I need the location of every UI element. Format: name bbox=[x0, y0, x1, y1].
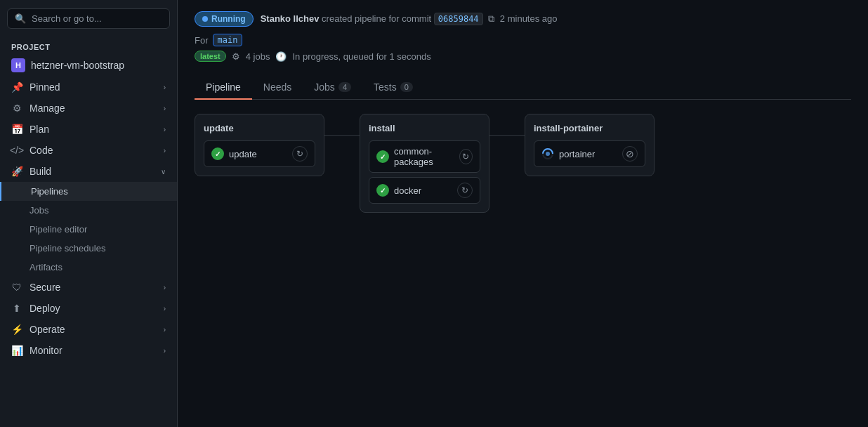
retry-update-button[interactable]: ↻ bbox=[292, 146, 308, 162]
sidebar-item-label: Secure bbox=[29, 282, 60, 293]
job-update-name: update bbox=[229, 149, 257, 159]
pipeline-title-row: Running Stanko Ilchev created pipeline f… bbox=[195, 11, 851, 27]
subitem-label: Jobs bbox=[29, 205, 48, 216]
latest-badge: latest bbox=[195, 51, 226, 62]
search-icon: 🔍 bbox=[15, 13, 26, 24]
chevron-right-icon: › bbox=[164, 305, 166, 313]
stage-connector-1 bbox=[324, 135, 360, 136]
sidebar-item-label: Operate bbox=[29, 324, 65, 335]
retry-common-packages-button[interactable]: ↻ bbox=[459, 149, 473, 164]
gear-icon: ⚙ bbox=[232, 51, 240, 62]
sidebar-item-pinned[interactable]: 📌 Pinned › bbox=[0, 77, 177, 98]
sidebar: 🔍 Search or go to... Project H hetzner-v… bbox=[0, 0, 178, 427]
job-portainer[interactable]: portainer ⊘ bbox=[534, 140, 645, 167]
progress-svg bbox=[541, 147, 554, 160]
tab-tests[interactable]: Tests 0 bbox=[362, 76, 424, 100]
job-common-packages-left: common-packages bbox=[376, 146, 459, 167]
job-portainer-left: portainer bbox=[541, 147, 595, 160]
chevron-right-icon: › bbox=[164, 147, 166, 155]
branch-badge[interactable]: main bbox=[213, 34, 243, 46]
sidebar-subitem-pipelines[interactable]: Pipelines bbox=[0, 182, 177, 201]
main-content: Running Stanko Ilchev created pipeline f… bbox=[178, 0, 868, 427]
subitem-label: Artifacts bbox=[29, 262, 63, 272]
sidebar-item-label: Code bbox=[29, 145, 53, 156]
plan-icon: 📅 bbox=[11, 124, 22, 135]
tab-jobs-badge: 4 bbox=[338, 82, 351, 92]
job-update-left: update bbox=[211, 147, 257, 160]
stage-update-title: update bbox=[204, 123, 315, 133]
monitor-icon: 📊 bbox=[11, 345, 22, 356]
running-indicator bbox=[202, 16, 208, 22]
chevron-right-icon: › bbox=[164, 347, 166, 355]
time-ago: 2 minutes ago bbox=[500, 13, 558, 24]
retry-docker-button[interactable]: ↻ bbox=[457, 183, 473, 198]
chevron-right-icon: › bbox=[164, 126, 166, 133]
commit-hash[interactable]: 06859844 bbox=[434, 13, 483, 25]
branch-row: For main bbox=[195, 34, 851, 46]
tab-needs-label: Needs bbox=[263, 81, 291, 93]
success-icon bbox=[211, 147, 224, 160]
sidebar-item-label: Manage bbox=[29, 103, 65, 114]
tab-pipeline[interactable]: Pipeline bbox=[195, 76, 252, 100]
tab-needs[interactable]: Needs bbox=[252, 76, 303, 100]
running-progress-icon bbox=[541, 147, 554, 160]
sidebar-item-plan[interactable]: 📅 Plan › bbox=[0, 119, 177, 140]
stage-portainer-title: install-portainer bbox=[534, 123, 645, 133]
shield-icon: 🛡 bbox=[11, 282, 22, 293]
stage-install-title: install bbox=[369, 123, 480, 133]
skip-portainer-button[interactable]: ⊘ bbox=[622, 146, 638, 162]
for-label: For bbox=[195, 35, 209, 46]
job-docker-name: docker bbox=[394, 185, 421, 196]
progress-text: In progress, queued for 1 seconds bbox=[292, 51, 430, 62]
chevron-right-icon: › bbox=[164, 284, 166, 291]
manage-icon: ⚙ bbox=[11, 103, 22, 114]
sidebar-item-manage[interactable]: ⚙ Manage › bbox=[0, 98, 177, 119]
jobs-count: 4 jobs bbox=[246, 51, 270, 62]
operate-icon: ⚡ bbox=[11, 324, 22, 335]
chevron-right-icon: › bbox=[164, 105, 166, 112]
sidebar-subitem-pipeline-editor[interactable]: Pipeline editor bbox=[0, 220, 177, 239]
chevron-right-icon: › bbox=[164, 326, 166, 334]
job-common-packages[interactable]: common-packages ↻ bbox=[369, 140, 480, 173]
sidebar-item-operate[interactable]: ⚡ Operate › bbox=[0, 319, 177, 340]
project-avatar: H bbox=[11, 58, 25, 72]
search-bar[interactable]: 🔍 Search or go to... bbox=[7, 8, 170, 29]
project-section-label: Project bbox=[0, 37, 177, 54]
project-name-item[interactable]: H hetzner-vm-bootstrap bbox=[0, 54, 177, 77]
clock-icon: 🕐 bbox=[275, 51, 287, 62]
job-docker[interactable]: docker ↻ bbox=[369, 177, 480, 204]
job-docker-left: docker bbox=[376, 184, 421, 197]
sidebar-item-deploy[interactable]: ⬆ Deploy › bbox=[0, 298, 177, 319]
sidebar-item-label: Pinned bbox=[29, 81, 60, 93]
sidebar-item-secure[interactable]: 🛡 Secure › bbox=[0, 277, 177, 298]
stage-install-portainer: install-portainer portainer ⊘ bbox=[525, 114, 655, 176]
sidebar-item-build[interactable]: 🚀 Build ∨ bbox=[0, 161, 177, 182]
stage-connector-2 bbox=[489, 135, 525, 136]
stage-update: update update ↻ bbox=[195, 114, 324, 176]
sidebar-item-label: Deploy bbox=[29, 303, 60, 314]
connector-line bbox=[324, 135, 360, 136]
job-update[interactable]: update ↻ bbox=[204, 140, 315, 167]
sidebar-item-monitor[interactable]: 📊 Monitor › bbox=[0, 340, 177, 361]
sidebar-subitem-artifacts[interactable]: Artifacts bbox=[0, 258, 177, 277]
subitem-label: Pipelines bbox=[31, 186, 68, 197]
copy-icon[interactable]: ⧉ bbox=[488, 13, 494, 24]
project-name-text: hetzner-vm-bootstrap bbox=[31, 60, 124, 71]
chevron-down-icon: ∨ bbox=[161, 168, 166, 176]
success-icon bbox=[376, 184, 389, 197]
sidebar-subitem-jobs[interactable]: Jobs bbox=[0, 201, 177, 220]
sidebar-item-label: Build bbox=[29, 166, 51, 177]
job-portainer-name: portainer bbox=[559, 149, 595, 159]
tab-jobs-label: Jobs bbox=[314, 81, 335, 93]
sidebar-item-code[interactable]: </> Code › bbox=[0, 140, 177, 161]
tab-jobs[interactable]: Jobs 4 bbox=[303, 76, 362, 100]
pipeline-header: Running Stanko Ilchev created pipeline f… bbox=[195, 0, 851, 76]
pipeline-meta: Stanko Ilchev created pipeline for commi… bbox=[261, 13, 558, 25]
pipeline-tabs: Pipeline Needs Jobs 4 Tests 0 bbox=[195, 76, 851, 100]
tab-tests-label: Tests bbox=[374, 81, 397, 93]
tab-tests-badge: 0 bbox=[400, 82, 413, 92]
pipeline-info-row: latest ⚙ 4 jobs 🕐 In progress, queued fo… bbox=[195, 51, 851, 62]
sidebar-subitem-pipeline-schedules[interactable]: Pipeline schedules bbox=[0, 239, 177, 258]
chevron-right-icon: › bbox=[164, 84, 166, 91]
code-icon: </> bbox=[11, 145, 22, 156]
